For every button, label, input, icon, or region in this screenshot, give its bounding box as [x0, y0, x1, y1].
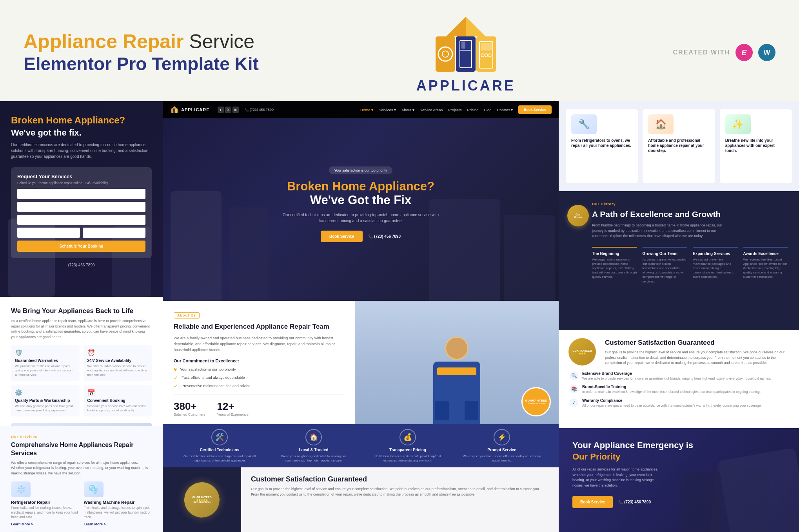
- nav-link-services[interactable]: Services ▾: [379, 108, 396, 112]
- stat-customers-num: 380+: [174, 400, 205, 413]
- feat-booking-title: Convenient Booking: [87, 398, 148, 403]
- we-bring-desc: As a certified home appliance repair tea…: [11, 318, 152, 340]
- satisfaction-gold-badge: GUARANTEED ⭐⭐⭐: [568, 338, 596, 366]
- timeline-3-desc: We started preventive maintenance packag…: [693, 257, 738, 279]
- trust-pricing-desc: No hidden fees or surprises. We provide …: [369, 454, 447, 463]
- guaranteed-badge: GUARANTEED SATISFACTION: [521, 387, 551, 416]
- about-description: We are a family-owned and operated busin…: [174, 335, 344, 353]
- nav-link-blog[interactable]: Blog: [484, 108, 492, 112]
- nav-link-home[interactable]: Home ▾: [360, 108, 373, 112]
- repair-fridge-learn-more[interactable]: Learn More >: [11, 522, 33, 526]
- left-hero-headline1: Broken Home Appliance?: [11, 115, 152, 126]
- hero-navbar: APPLICARE f 𝕏 in 📞 (723) 456 7890 Home ▾…: [163, 101, 559, 118]
- commitment-item-1: ♥ Your satisfaction is our top priority: [174, 366, 344, 373]
- repair-fridge-desc: From leaks and ice-making issues, leaks,…: [11, 506, 79, 520]
- repair-washer-learn-more[interactable]: Learn More >: [84, 522, 106, 526]
- trust-item-technicians: 🛠️ Certified Technicians Our certified t…: [180, 429, 259, 463]
- sat-item-2-desc: In order to maintain excellent knowledge…: [582, 390, 761, 394]
- about-section: About Us Reliable and Experienced Applia…: [163, 301, 355, 427]
- feature-cards-section: 🔧 From refrigerators to ovens, we repair…: [559, 101, 799, 191]
- form-input-phone[interactable]: [17, 215, 145, 225]
- feature-card-2: 🏠 Affordable and professional home appli…: [643, 109, 715, 183]
- excellence-title: A Path of Excellence and Growth: [592, 209, 788, 219]
- nav-book-button[interactable]: Book Service: [518, 105, 552, 114]
- feat-warranty-title: Guaranteed Warranties: [15, 358, 76, 363]
- repair-item-fridge: ❄️ Refrigerator Repair From leaks and ic…: [11, 481, 79, 527]
- trust-tech-label: Certified Technicians: [200, 448, 239, 452]
- feature-item-availability: ⏰ 24/7 Service Availability We offer rou…: [84, 345, 152, 381]
- comprehensive-title: Comprehensive Home Appliances Repair Ser…: [11, 441, 152, 458]
- emergency-phone: 📞 (723) 456 7890: [618, 500, 651, 504]
- feature-item-booking: 📅 Convenient Booking Schedule your servi…: [84, 385, 152, 416]
- bottom-center-section: GUARANTEED ⭐⭐⭐⭐⭐ SATISFACTION Customer S…: [163, 467, 559, 532]
- commitment-item-2: ✓ Fast, efficient, and always dependable: [174, 375, 344, 381]
- hero-book-button[interactable]: Book Service: [321, 231, 363, 242]
- left-hero-content: Broken Home Appliance? We've got the fix…: [0, 101, 163, 281]
- form-input-email[interactable]: [17, 202, 145, 212]
- excellence-gold-badge: Our History: [567, 205, 589, 226]
- form-input-time[interactable]: [83, 228, 145, 238]
- left-hero-panel: Broken Home Appliance? We've got the fix…: [0, 101, 163, 297]
- satisfaction-section: GUARANTEED ⭐⭐⭐ Customer Satisfaction Gua…: [559, 330, 799, 428]
- hero-description: Our certified technicians are dedicated …: [278, 212, 443, 224]
- wordpress-badge: W: [758, 44, 775, 61]
- customer-satisfaction-title: Customer Satisfaction Guaranteed: [251, 475, 549, 483]
- trust-local-label: Local & Trusted: [299, 448, 328, 452]
- header-title: Appliance Repair Service: [24, 31, 259, 53]
- nav-link-projects[interactable]: Projects: [448, 108, 461, 112]
- hero-satisfaction-badge: Your satisfaction is our top priority: [329, 166, 393, 174]
- nav-link-service-areas[interactable]: Service Areas: [420, 108, 443, 112]
- elementor-badge: E: [735, 44, 753, 61]
- timeline-item-4: Awards Excellence We received the 'Best …: [743, 247, 788, 284]
- hero-headline2: We've Got the Fix: [263, 193, 459, 207]
- trust-prompt-desc: We respect your time, so we offer same-d…: [463, 454, 541, 463]
- we-bring-title: We Bring Your Appliances Back to Life: [11, 307, 152, 315]
- timeline-3-title: Expanding Services: [693, 252, 738, 256]
- feat-booking-desc: Schedule your service 24/7 with our onli…: [87, 404, 148, 413]
- logo-icon: [425, 11, 507, 78]
- header-right: CREATED WITH E W: [673, 44, 775, 61]
- emergency-book-button[interactable]: Book Service: [572, 496, 613, 508]
- hero-headline1: Broken Home Appliance?: [263, 180, 459, 193]
- repair-item-washer: 🫧 Washing Machine Repair From leaks and …: [84, 481, 152, 527]
- timeline-2-desc: As demand grew, we expanded our team wit…: [643, 257, 688, 284]
- left-hero-desc: Our certified technicians are dedicated …: [11, 142, 152, 159]
- stat-customers-label: Satisfied Customers: [174, 413, 205, 416]
- svg-rect-1: [456, 36, 476, 72]
- booking-form: Request Your Services Schedule your home…: [11, 167, 152, 258]
- feat-quality-title: Quality Parts & Workmanship: [15, 398, 76, 403]
- trust-icons-bar: 🛠️ Certified Technicians Our certified t…: [163, 424, 559, 467]
- worker-panel: GUARANTEED SATISFACTION: [355, 301, 559, 424]
- nav-logo-text: APPLICARE: [181, 107, 210, 112]
- feature-card-3-title: Breathe new life into your appliances wi…: [725, 138, 786, 153]
- nav-link-contact[interactable]: Contact ▾: [497, 108, 513, 112]
- about-title: Reliable and Experienced Appliance Repai…: [174, 322, 344, 331]
- repair-fridge-title: Refrigerator Repair: [11, 500, 79, 505]
- feat-avail-desc: We offer round-the-clock service to ensu…: [87, 364, 148, 377]
- timeline-item-1: The Beginning We began with a mission to…: [592, 247, 637, 284]
- excellence-section: Our History Our History A Path of Excell…: [559, 191, 799, 330]
- feature-card-3: ✨ Breathe new life into your appliances …: [720, 109, 792, 183]
- title-normal: Service: [189, 31, 254, 52]
- trust-pricing-label: Transparent Pricing: [389, 448, 426, 452]
- nav-logo: APPLICARE: [170, 105, 210, 114]
- nav-link-pricing[interactable]: Pricing: [467, 108, 479, 112]
- satisfaction-list-item-1: 🔍 Extensive Brand Coverage We are able t…: [570, 371, 788, 381]
- timeline-item-3: Expanding Services We started preventive…: [693, 247, 738, 284]
- trust-item-local: 🏠 Local & Trusted We're your neighbors, …: [274, 429, 353, 463]
- commitment-title: Our Commitment to Excellence:: [174, 358, 344, 363]
- satisfaction-list-item-3: ✓ Warranty Compliance All of our repairs…: [570, 398, 788, 408]
- feat-warranty-desc: We provide warranties on all our repairs…: [15, 364, 76, 377]
- trust-prompt-label: Prompt Service: [487, 448, 516, 452]
- form-input-name[interactable]: [17, 189, 145, 199]
- sat-item-2-title: Brand-Specific Training: [582, 385, 761, 389]
- emergency-content: Your Appliance Emergency is Our Priority…: [559, 428, 799, 520]
- feat-quality-desc: We use only genuine parts and take great…: [15, 404, 76, 413]
- form-submit-button[interactable]: Schedule Your Booking: [17, 241, 145, 252]
- nav-link-about[interactable]: About ▾: [401, 108, 414, 112]
- created-with-section: CREATED WITH E W: [673, 44, 775, 61]
- satisfaction-section-title: Customer Satisfaction Guaranteed: [605, 339, 788, 347]
- form-input-date[interactable]: [17, 228, 80, 238]
- form-title: Request Your Services: [17, 174, 145, 179]
- left-hero-phone: (723) 456 7890: [11, 263, 152, 267]
